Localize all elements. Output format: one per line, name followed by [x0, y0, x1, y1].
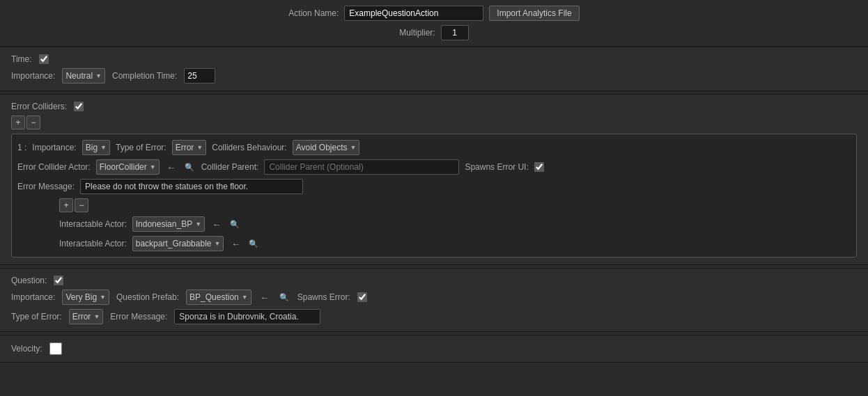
interactable-actor-dropdown-2[interactable]: backpart_Grabbable ▼ [132, 236, 224, 251]
collider-remove-btn[interactable]: − [26, 116, 40, 129]
question-header-row: Question: [11, 276, 857, 285]
error-colliders-header-row: Error Colliders: [11, 102, 857, 111]
collider-importance-value: Big [86, 143, 98, 152]
error-colliders-checkbox[interactable] [74, 102, 84, 111]
type-of-error-value: Error [176, 143, 194, 152]
collider-row-number: 1 : [17, 143, 26, 152]
question-importance-value: Very Big [65, 292, 97, 302]
question-row-1: Importance: Very Big ▼ Question Prefab: … [11, 290, 857, 305]
time-label: Time: [11, 54, 32, 64]
question-type-of-error-value: Error [72, 312, 91, 322]
question-importance-label: Importance: [11, 292, 55, 302]
top-bar: Action Name: Import Analytics File Multi… [0, 0, 868, 47]
error-colliders-label: Error Colliders: [11, 102, 67, 111]
colliders-behaviour-arrow: ▼ [350, 144, 357, 151]
collider-row-5: Interactable Actor: backpart_Grabbable ▼… [59, 236, 851, 251]
colliders-behaviour-dropdown[interactable]: Avoid Objects ▼ [293, 140, 360, 155]
interactable-actor-dropdown-1[interactable]: Indonesian_BP ▼ [132, 216, 205, 232]
interactable-actor-1-back-btn[interactable]: ← [210, 218, 223, 230]
velocity-label: Velocity: [11, 344, 42, 354]
velocity-section: Velocity: [0, 335, 868, 363]
question-prefab-arrow: ▼ [242, 294, 248, 301]
spawns-error-label: Spawns Error: [297, 292, 350, 302]
type-of-error-dropdown[interactable]: Error ▼ [172, 140, 207, 155]
action-name-input[interactable] [344, 6, 483, 21]
question-importance-dropdown[interactable]: Very Big ▼ [62, 290, 109, 305]
error-collider-actor-search-btn[interactable]: 🔍 [183, 161, 196, 173]
time-checkbox[interactable] [39, 54, 49, 64]
collider-box: 1 : Importance: Big ▼ Type of Error: Err… [11, 134, 857, 258]
time-section: Time: Importance: Neutral ▼ Completion T… [0, 47, 868, 91]
collider-parent-label: Collider Parent: [201, 162, 259, 172]
multiplier-input[interactable] [441, 25, 469, 40]
collider-plus-minus: + − [11, 116, 857, 129]
error-collider-actor-value: FloorCollider [100, 162, 147, 172]
completion-input[interactable] [184, 68, 215, 84]
spawns-error-ui-checkbox[interactable] [534, 162, 544, 172]
interactable-actor-1-search-btn[interactable]: 🔍 [228, 218, 241, 230]
collider-parent-input[interactable] [264, 159, 459, 175]
error-message-label: Error Message: [17, 182, 75, 191]
colliders-behaviour-value: Avoid Objects [296, 143, 348, 152]
type-of-error-label: Type of Error: [116, 143, 166, 152]
interactable-add-btn[interactable]: + [59, 198, 73, 212]
question-prefab-back-btn[interactable]: ← [258, 291, 271, 303]
interactable-actor-value-2: backpart_Grabbable [136, 239, 212, 248]
question-prefab-search-btn[interactable]: 🔍 [278, 291, 290, 303]
question-prefab-label: Question Prefab: [116, 292, 179, 302]
import-analytics-btn[interactable]: Import Analytics File [489, 6, 579, 21]
interactable-actor-label-2: Interactable Actor: [59, 239, 127, 248]
type-of-error-arrow: ▼ [196, 144, 203, 151]
completion-label: Completion Time: [112, 71, 177, 81]
question-error-message-label: Error Message: [110, 312, 167, 322]
importance-dropdown-arrow: ▼ [95, 72, 102, 79]
spawns-error-ui-label: Spawns Error UI: [465, 162, 528, 172]
top-row: Action Name: Import Analytics File [288, 6, 579, 21]
question-type-of-error-arrow: ▼ [93, 313, 100, 320]
importance-dropdown[interactable]: Neutral ▼ [62, 68, 105, 84]
question-type-of-error-label: Type of Error: [11, 312, 62, 322]
collider-row-1: 1 : Importance: Big ▼ Type of Error: Err… [17, 140, 851, 155]
velocity-checkbox[interactable] [49, 342, 62, 355]
interactable-actor-2-search-btn[interactable]: 🔍 [247, 237, 260, 250]
error-collider-actor-back-btn[interactable]: ← [165, 161, 178, 173]
interactable-actor-2-back-btn[interactable]: ← [229, 237, 242, 250]
error-colliders-section: Error Colliders: + − 1 : Importance: Big… [0, 94, 868, 265]
collider-importance-arrow: ▼ [100, 144, 107, 151]
importance-row: Importance: Neutral ▼ Completion Time: [11, 68, 857, 84]
collider-row-3: Error Message: [17, 179, 851, 194]
question-checkbox[interactable] [54, 276, 63, 285]
collider-add-btn[interactable]: + [11, 116, 25, 129]
collider-row-2: Error Collider Actor: FloorCollider ▼ ← … [17, 159, 851, 175]
velocity-row: Velocity: [11, 342, 857, 355]
question-row-2: Type of Error: Error ▼ Error Message: [11, 309, 857, 324]
question-prefab-dropdown[interactable]: BP_Question ▼ [186, 290, 251, 305]
error-message-input[interactable] [80, 179, 303, 194]
colliders-behaviour-label: Colliders Behaviour: [212, 143, 286, 152]
collider-importance-dropdown[interactable]: Big ▼ [82, 140, 110, 155]
question-type-of-error-dropdown[interactable]: Error ▼ [69, 309, 104, 324]
collider-row-4: Interactable Actor: Indonesian_BP ▼ ← 🔍 [59, 216, 851, 232]
spawns-error-checkbox[interactable] [357, 292, 367, 302]
question-error-message-input[interactable] [174, 309, 320, 324]
error-collider-actor-label: Error Collider Actor: [17, 162, 91, 172]
question-section: Question: Importance: Very Big ▼ Questio… [0, 268, 868, 332]
time-row: Time: [11, 54, 857, 64]
question-label: Question: [11, 276, 47, 285]
interactable-plus-minus: + − [59, 198, 851, 212]
collider-importance-label: Importance: [32, 143, 76, 152]
error-collider-actor-dropdown[interactable]: FloorCollider ▼ [96, 159, 160, 175]
multiplier-label: Multiplier: [399, 28, 435, 38]
interactable-remove-btn[interactable]: − [75, 198, 88, 212]
bottom-row: Multiplier: [399, 25, 468, 40]
action-name-label: Action Name: [288, 8, 339, 18]
importance-value: Neutral [65, 71, 93, 81]
importance-label: Importance: [11, 71, 55, 81]
interactable-actor-1-arrow: ▼ [195, 221, 201, 228]
question-prefab-value: BP_Question [189, 292, 239, 302]
question-importance-arrow: ▼ [100, 294, 106, 301]
interactable-actor-label-1: Interactable Actor: [59, 219, 127, 229]
interactable-actor-value-1: Indonesian_BP [136, 219, 192, 229]
interactable-actor-2-arrow: ▼ [214, 240, 220, 247]
error-collider-actor-arrow: ▼ [150, 164, 156, 171]
